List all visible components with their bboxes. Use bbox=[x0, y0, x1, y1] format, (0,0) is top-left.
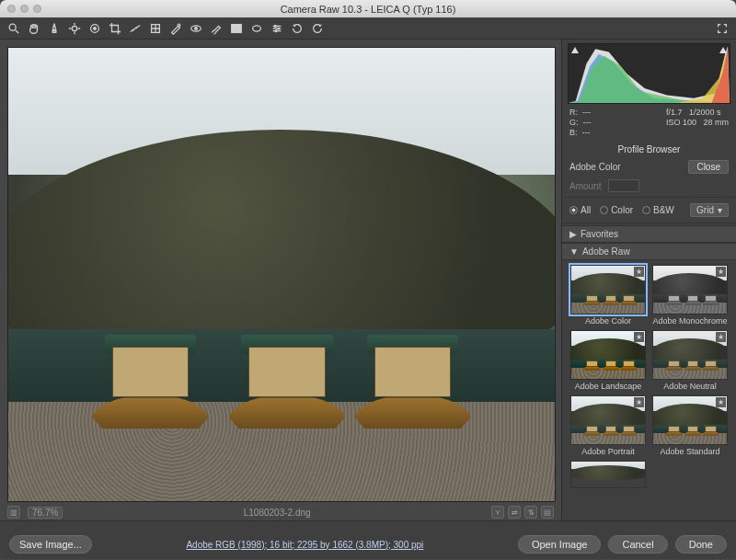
exif-shutter: 1/2000 s bbox=[689, 108, 721, 117]
toolbar-left bbox=[7, 22, 324, 35]
exif-iso: ISO 100 bbox=[666, 118, 696, 127]
histogram[interactable] bbox=[568, 43, 730, 104]
transform-icon[interactable] bbox=[149, 22, 162, 35]
zoom-level[interactable]: 76.7% bbox=[28, 507, 63, 519]
compare-icon[interactable]: ⇄ bbox=[508, 506, 521, 519]
profile-extra bbox=[569, 461, 647, 488]
amount-label: Amount bbox=[569, 181, 601, 191]
svg-line-11 bbox=[132, 29, 133, 30]
readout-b: --- bbox=[582, 128, 591, 137]
svg-point-9 bbox=[94, 27, 97, 29]
favorite-star-icon[interactable]: ★ bbox=[716, 332, 726, 342]
open-image-button[interactable]: Open Image bbox=[518, 535, 602, 554]
current-profile-row: Adobe Color Close bbox=[562, 157, 736, 177]
crop-tool-icon[interactable] bbox=[109, 22, 121, 35]
filter-color-radio[interactable]: Color bbox=[600, 205, 633, 215]
cancel-button[interactable]: Cancel bbox=[608, 535, 667, 554]
profile-thumb[interactable]: ★ bbox=[652, 330, 728, 380]
profile-grid: ★Adobe Color★Adobe Monochrome★Adobe Land… bbox=[562, 260, 736, 493]
image-viewer: ▥ 76.7% L1080203-2.dng Y ⇄ ⇅ ▤ bbox=[0, 40, 561, 520]
svg-point-16 bbox=[178, 24, 180, 27]
window-title: Camera Raw 10.3 - LEICA Q (Typ 116) bbox=[0, 4, 736, 15]
favorite-star-icon[interactable]: ★ bbox=[634, 397, 644, 407]
profile-thumb[interactable]: ★ bbox=[652, 395, 728, 445]
exif-focal: 28 mm bbox=[703, 118, 729, 127]
radial-filter-icon[interactable] bbox=[250, 22, 263, 35]
preferences-icon[interactable] bbox=[270, 22, 283, 35]
brush-icon[interactable] bbox=[210, 22, 223, 35]
rotate-cw-icon[interactable] bbox=[311, 22, 324, 35]
adobe-raw-header[interactable]: ▼Adobe Raw bbox=[562, 243, 736, 260]
filter-bw-radio[interactable]: B&W bbox=[642, 205, 674, 215]
triangle-down-icon: ▼ bbox=[569, 246, 579, 257]
spot-removal-icon[interactable] bbox=[169, 22, 182, 35]
hand-tool-icon[interactable] bbox=[28, 22, 40, 35]
zoom-tool-icon[interactable] bbox=[7, 22, 20, 35]
profile-thumb[interactable] bbox=[570, 461, 646, 488]
svg-point-27 bbox=[275, 29, 277, 31]
done-button[interactable]: Done bbox=[675, 535, 727, 554]
svg-point-3 bbox=[72, 26, 76, 30]
readout: R: --- G: --- B: --- f/1.7 1/2000 s ISO … bbox=[562, 104, 736, 142]
profile-thumb[interactable]: ★ bbox=[570, 395, 646, 445]
triangle-right-icon: ▶ bbox=[569, 229, 577, 239]
image-preview[interactable] bbox=[7, 47, 556, 502]
window-titlebar: Camera Raw 10.3 - LEICA Q (Typ 116) bbox=[0, 0, 736, 17]
svg-point-21 bbox=[253, 25, 261, 30]
chevron-down-icon: ▾ bbox=[718, 205, 722, 215]
view-mode-dropdown[interactable]: Grid▾ bbox=[690, 203, 729, 217]
profile-thumb[interactable]: ★ bbox=[570, 265, 646, 314]
svg-rect-19 bbox=[232, 24, 242, 32]
profile-label: Adobe Portrait bbox=[581, 447, 635, 456]
svg-point-18 bbox=[195, 27, 198, 29]
profile-label: Adobe Color bbox=[585, 316, 631, 326]
viewer-footer: ▥ 76.7% L1080203-2.dng Y ⇄ ⇅ ▤ bbox=[0, 504, 561, 520]
profile-mono: ★Adobe Monochrome bbox=[651, 265, 729, 326]
svg-point-25 bbox=[274, 25, 276, 27]
favorite-star-icon[interactable]: ★ bbox=[634, 332, 644, 342]
graduated-filter-icon[interactable] bbox=[230, 22, 243, 35]
readout-r: --- bbox=[582, 108, 591, 117]
favorite-star-icon[interactable]: ★ bbox=[716, 267, 726, 277]
amount-row: Amount bbox=[562, 177, 736, 195]
layout-toggle-icon[interactable]: ▥ bbox=[7, 506, 20, 519]
toolbar bbox=[0, 17, 736, 40]
target-adjust-icon[interactable] bbox=[88, 22, 101, 35]
favorite-star-icon[interactable]: ★ bbox=[634, 267, 644, 277]
svg-point-26 bbox=[278, 28, 280, 29]
profile-port: ★Adobe Portrait bbox=[569, 395, 647, 456]
profile-label: Adobe Monochrome bbox=[652, 316, 727, 326]
save-image-button[interactable]: Save Image... bbox=[9, 535, 92, 554]
fullscreen-icon[interactable] bbox=[716, 22, 729, 35]
swap-icon[interactable]: ⇅ bbox=[524, 506, 537, 519]
exif-aperture: f/1.7 bbox=[666, 108, 683, 117]
current-profile-name: Adobe Color bbox=[569, 162, 621, 172]
profile-std: ★Adobe Standard bbox=[651, 395, 729, 456]
adobe-raw-label: Adobe Raw bbox=[582, 246, 630, 257]
color-sampler-icon[interactable] bbox=[68, 22, 81, 35]
red-eye-icon[interactable] bbox=[190, 22, 202, 35]
amount-field bbox=[608, 179, 639, 192]
filter-all-radio[interactable]: All bbox=[569, 205, 591, 215]
profile-label: Adobe Standard bbox=[660, 447, 719, 456]
rotate-ccw-icon[interactable] bbox=[291, 22, 304, 35]
bottom-bar: Save Image... Adobe RGB (1998); 16 bit; … bbox=[0, 520, 736, 559]
svg-line-1 bbox=[16, 29, 19, 33]
straighten-icon[interactable] bbox=[129, 22, 142, 35]
profile-thumb[interactable]: ★ bbox=[652, 265, 728, 314]
white-balance-icon[interactable] bbox=[48, 22, 61, 35]
favorites-header[interactable]: ▶Favorites bbox=[562, 225, 736, 243]
filmstrip-icon[interactable]: ▤ bbox=[541, 506, 554, 519]
profile-thumb[interactable]: ★ bbox=[570, 330, 646, 380]
before-after-y-icon[interactable]: Y bbox=[491, 506, 504, 519]
exif-readout: f/1.7 1/2000 s ISO 100 28 mm bbox=[666, 108, 729, 138]
profile-browser-title: Profile Browser bbox=[562, 142, 736, 157]
svg-line-12 bbox=[136, 27, 137, 29]
filter-color-label: Color bbox=[611, 205, 633, 215]
profile-label: Adobe Neutral bbox=[663, 382, 717, 391]
favorites-label: Favorites bbox=[581, 229, 618, 239]
side-panel: R: --- G: --- B: --- f/1.7 1/2000 s ISO … bbox=[561, 40, 736, 520]
close-profile-browser-button[interactable]: Close bbox=[688, 160, 729, 174]
favorite-star-icon[interactable]: ★ bbox=[716, 397, 726, 407]
workflow-options-link[interactable]: Adobe RGB (1998); 16 bit; 2295 by 1662 (… bbox=[186, 540, 423, 550]
